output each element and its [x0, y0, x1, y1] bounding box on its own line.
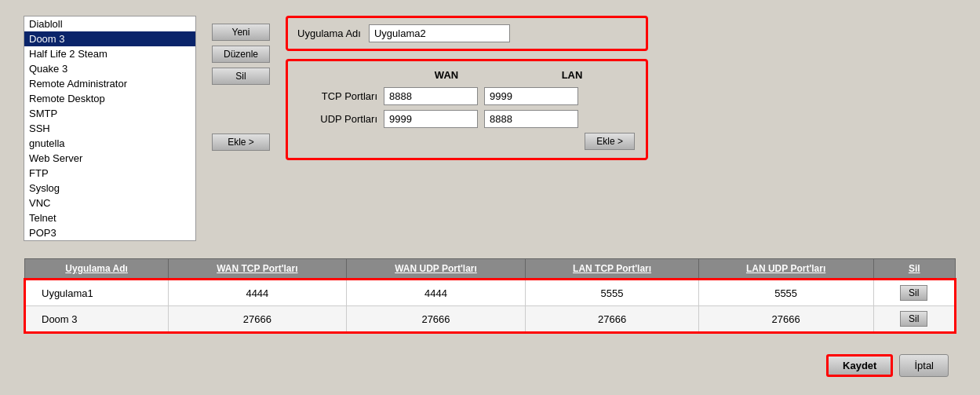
- table-header: Uygulama Adı: [25, 259, 169, 280]
- list-item[interactable]: gnutella: [24, 136, 195, 151]
- tcp-lan-input[interactable]: [484, 87, 578, 105]
- list-item[interactable]: Remote Administrator: [24, 76, 195, 91]
- table-cell: 4444: [346, 280, 526, 306]
- list-item[interactable]: Quake 3: [24, 61, 195, 76]
- table-header: WAN UDP Port'ları: [346, 259, 526, 280]
- row-sil-button[interactable]: Sil: [900, 311, 927, 327]
- yeni-button[interactable]: Yeni: [212, 24, 270, 41]
- ports-header: WAN LAN: [299, 69, 635, 81]
- list-item[interactable]: POP3: [24, 225, 195, 240]
- table-cell: 5555: [526, 280, 698, 306]
- table-header: Sil: [873, 259, 955, 280]
- iptal-button[interactable]: İptal: [899, 354, 949, 377]
- top-section: DiablollDoom 3Half Life 2 SteamQuake 3Re…: [24, 16, 956, 241]
- ports-footer: Ekle >: [299, 133, 635, 150]
- table-cell: 27666: [346, 306, 526, 333]
- table-header: LAN TCP Port'ları: [526, 259, 698, 280]
- table-section: Uygulama AdıWAN TCP Port'larıWAN UDP Por…: [24, 258, 956, 334]
- table-cell: 4444: [169, 280, 346, 306]
- kaydet-button[interactable]: Kaydet: [826, 354, 893, 377]
- sil-button[interactable]: Sil: [212, 68, 270, 85]
- udp-wan-input[interactable]: [384, 110, 478, 128]
- table-row: Doom 327666276662766627666Sil: [25, 306, 956, 333]
- table-cell: 5555: [698, 280, 873, 306]
- button-column: Yeni Düzenle Sil Ekle >: [212, 16, 270, 151]
- table-cell: 27666: [698, 306, 873, 333]
- udp-port-row: UDP Portları: [299, 110, 635, 128]
- tcp-label: TCP Portları: [299, 90, 377, 102]
- ports-box: WAN LAN TCP Portları UDP Portları Ekle >: [286, 59, 648, 160]
- table-cell: Uygulama1: [25, 280, 169, 306]
- list-item[interactable]: Half Life 2 Steam: [24, 46, 195, 61]
- list-item[interactable]: Doom 3: [24, 31, 195, 46]
- table-cell-sil: Sil: [873, 306, 955, 333]
- table-row: Uygulama14444444455555555Sil: [25, 280, 956, 306]
- table-cell: 27666: [169, 306, 346, 333]
- duzenle-button[interactable]: Düzenle: [212, 46, 270, 63]
- list-item[interactable]: FTP: [24, 166, 195, 181]
- tcp-wan-input[interactable]: [384, 87, 478, 105]
- tcp-port-row: TCP Portları: [299, 87, 635, 105]
- list-item[interactable]: SMTP: [24, 106, 195, 121]
- right-panel: Uygulama Adı WAN LAN TCP Portları UDP Po…: [286, 16, 648, 160]
- app-list-box[interactable]: DiablollDoom 3Half Life 2 SteamQuake 3Re…: [24, 16, 196, 241]
- data-table: Uygulama AdıWAN TCP Port'larıWAN UDP Por…: [24, 258, 956, 334]
- udp-label: UDP Portları: [299, 113, 377, 125]
- ekle-right-button[interactable]: Ekle >: [585, 133, 635, 150]
- app-name-input[interactable]: [369, 24, 510, 42]
- list-item[interactable]: Web Server: [24, 151, 195, 166]
- list-item[interactable]: Syslog: [24, 181, 195, 196]
- lan-header: LAN: [509, 69, 635, 81]
- bottom-bar: Kaydet İptal: [24, 348, 956, 383]
- list-item[interactable]: Telnet: [24, 210, 195, 225]
- table-cell: Doom 3: [25, 306, 169, 333]
- list-item[interactable]: SSH: [24, 121, 195, 136]
- table-cell-sil: Sil: [873, 280, 955, 306]
- main-container: DiablollDoom 3Half Life 2 SteamQuake 3Re…: [0, 0, 980, 395]
- table-cell: 27666: [526, 306, 698, 333]
- list-item[interactable]: Remote Desktop: [24, 91, 195, 106]
- list-item[interactable]: Diabloll: [24, 16, 195, 31]
- list-item[interactable]: VNC: [24, 196, 195, 210]
- app-name-label: Uygulama Adı: [297, 27, 361, 39]
- app-name-box: Uygulama Adı: [286, 16, 648, 51]
- udp-lan-input[interactable]: [484, 110, 578, 128]
- table-header: WAN TCP Port'ları: [169, 259, 346, 280]
- wan-header: WAN: [384, 69, 509, 81]
- table-header: LAN UDP Port'ları: [698, 259, 873, 280]
- ekle-left-button[interactable]: Ekle >: [212, 133, 270, 151]
- row-sil-button[interactable]: Sil: [900, 285, 927, 301]
